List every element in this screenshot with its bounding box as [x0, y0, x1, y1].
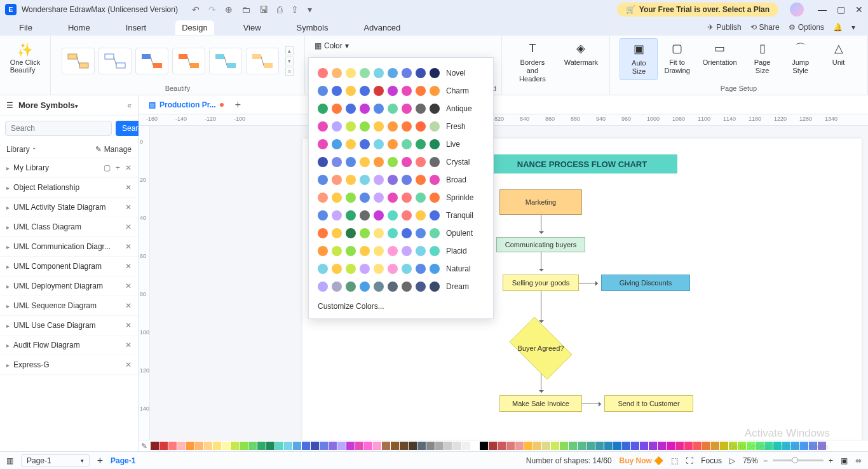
color-theme-row[interactable]: Live	[318, 135, 484, 153]
colorbar-swatch[interactable]	[649, 442, 657, 450]
colorbar-swatch[interactable]	[462, 442, 470, 450]
color-swatch[interactable]	[360, 175, 370, 185]
colorbar-swatch[interactable]	[800, 442, 808, 450]
color-swatch[interactable]	[374, 68, 384, 78]
colorbar-swatch[interactable]	[240, 442, 248, 450]
colorbar-swatch[interactable]	[729, 442, 737, 450]
colorbar-swatch[interactable]	[480, 442, 488, 450]
color-swatch[interactable]	[360, 282, 370, 292]
close-icon[interactable]: ✕	[125, 321, 132, 330]
node-send[interactable]: Send it to Customer	[604, 395, 693, 412]
library-item[interactable]: ▸ Object Relationship ✕	[0, 178, 138, 198]
document-tab[interactable]: ▤ Production Pr...	[144, 98, 229, 112]
color-swatch[interactable]	[374, 282, 384, 292]
page-tab[interactable]: Page-1	[111, 456, 135, 465]
color-swatch[interactable]	[388, 282, 398, 292]
colorbar-swatch[interactable]	[791, 442, 799, 450]
colorbar-swatch[interactable]	[435, 442, 444, 450]
notification-icon[interactable]: 🔔	[833, 23, 843, 32]
color-swatch[interactable]	[360, 193, 370, 203]
search-input[interactable]	[5, 121, 112, 136]
color-swatch[interactable]	[416, 104, 426, 114]
edit-icon[interactable]: ▢	[104, 163, 111, 172]
buy-now-button[interactable]: Buy Now 🔶	[620, 456, 664, 465]
colorbar-swatch[interactable]	[266, 442, 275, 450]
play-icon[interactable]: ▷	[729, 456, 735, 465]
color-swatch[interactable]	[332, 104, 342, 114]
zoom-out-button[interactable]: −	[763, 456, 768, 465]
colorbar-swatch[interactable]	[578, 442, 586, 450]
close-icon[interactable]: ✕	[125, 203, 132, 212]
undo-icon[interactable]: ↶	[192, 4, 200, 15]
color-swatch[interactable]	[360, 121, 370, 132]
color-swatch[interactable]	[346, 104, 356, 114]
theme-thumb[interactable]	[98, 48, 132, 74]
jump-style-button[interactable]: ⌒Jump Style	[782, 38, 820, 79]
color-swatch[interactable]	[402, 104, 412, 114]
colorbar-swatch[interactable]	[738, 442, 746, 450]
options-button[interactable]: ⚙ Options	[789, 23, 824, 32]
color-swatch[interactable]	[430, 193, 440, 203]
colorbar-swatch[interactable]	[604, 442, 613, 450]
library-item[interactable]: ▸ UML Sequence Diagram ✕	[0, 296, 138, 316]
colorbar-swatch[interactable]	[426, 442, 435, 450]
color-swatch[interactable]	[332, 139, 342, 149]
orientation-button[interactable]: ▭Orientation	[696, 38, 743, 71]
color-swatch[interactable]	[416, 139, 426, 149]
colorbar-swatch[interactable]	[756, 442, 764, 450]
color-swatch[interactable]	[374, 86, 384, 96]
colorbar-swatch[interactable]	[809, 442, 817, 450]
color-swatch[interactable]	[332, 264, 342, 274]
color-swatch[interactable]	[318, 104, 328, 114]
colorbar-swatch[interactable]	[284, 442, 292, 450]
add-icon[interactable]: +	[116, 163, 120, 172]
color-swatch[interactable]	[388, 228, 398, 238]
colorbar-swatch[interactable]	[747, 442, 755, 450]
color-swatch[interactable]	[402, 228, 412, 238]
color-swatch[interactable]	[388, 193, 398, 203]
colorbar-swatch[interactable]	[409, 442, 417, 450]
fullscreen-icon[interactable]: ⛶	[686, 456, 693, 465]
color-swatch[interactable]	[332, 193, 342, 203]
color-swatch[interactable]	[430, 157, 440, 167]
page-list-icon[interactable]: ▥	[6, 456, 13, 465]
colorbar-swatch[interactable]	[248, 442, 257, 450]
auto-size-button[interactable]: ▣Auto Size	[620, 38, 658, 80]
connector[interactable]	[541, 252, 541, 271]
color-swatch[interactable]	[374, 121, 384, 132]
zoom-in-button[interactable]: +	[829, 456, 833, 465]
color-swatch[interactable]	[318, 246, 328, 256]
theme-thumb[interactable]	[209, 48, 242, 74]
color-swatch[interactable]	[332, 210, 342, 221]
close-icon[interactable]: ✕	[125, 301, 132, 310]
color-swatch[interactable]	[430, 86, 440, 96]
colorbar-swatch[interactable]	[275, 442, 283, 450]
colorbar-swatch[interactable]	[613, 442, 621, 450]
color-swatch[interactable]	[318, 86, 328, 96]
color-swatch[interactable]	[346, 282, 356, 292]
node-discounts[interactable]: Giving Discounts	[601, 275, 690, 291]
color-swatch[interactable]	[346, 175, 356, 185]
menu-design[interactable]: Design	[175, 20, 214, 35]
color-swatch[interactable]	[318, 68, 328, 78]
publish-button[interactable]: ✈ Publish	[707, 23, 741, 32]
colorbar-swatch[interactable]	[355, 442, 363, 450]
color-swatch[interactable]	[332, 121, 342, 132]
fit-width-icon[interactable]: ⬄	[855, 456, 862, 465]
color-swatch[interactable]	[416, 86, 426, 96]
colorbar-swatch[interactable]	[168, 442, 177, 450]
color-swatch[interactable]	[374, 157, 384, 167]
color-swatch[interactable]	[318, 282, 328, 292]
colorbar-swatch[interactable]	[417, 442, 426, 450]
color-theme-row[interactable]: Fresh	[318, 118, 484, 135]
colorbar-swatch[interactable]	[560, 442, 568, 450]
color-swatch[interactable]	[318, 139, 328, 149]
color-swatch[interactable]	[416, 228, 426, 238]
color-swatch[interactable]	[374, 139, 384, 149]
colorbar-swatch[interactable]	[818, 442, 826, 450]
color-swatch[interactable]	[346, 264, 356, 274]
close-icon[interactable]: ✕	[125, 282, 132, 290]
color-swatch[interactable]	[318, 175, 328, 185]
color-swatch[interactable]	[430, 282, 440, 292]
colorbar-swatch[interactable]	[506, 442, 515, 450]
